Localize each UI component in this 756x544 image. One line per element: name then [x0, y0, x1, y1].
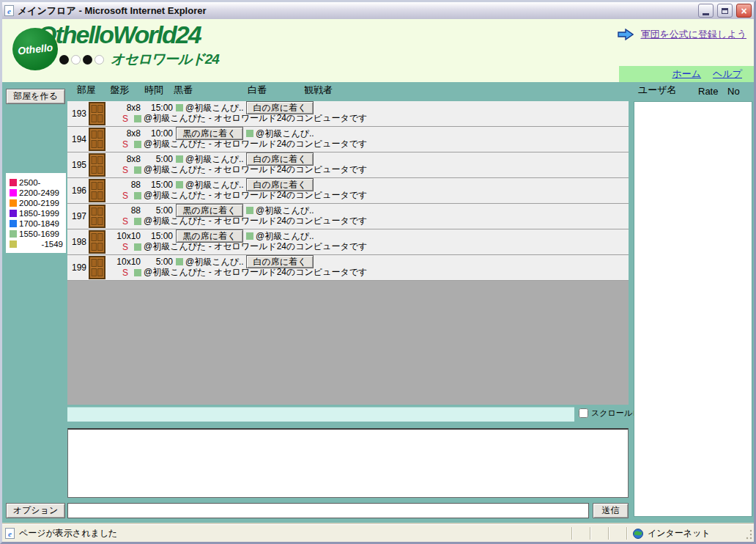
legend-swatch	[10, 220, 17, 227]
legend-item: 2000-2199	[10, 198, 63, 207]
nav-bar: ホーム ヘルプ	[619, 66, 754, 82]
othello-stone-icon	[59, 55, 69, 65]
time-limit: 10:00	[141, 128, 173, 139]
legend-swatch	[10, 189, 17, 196]
col-header-board: 盤形	[110, 84, 129, 97]
room-description: @初級こんぴた - オセロワールド24のコンピュータです	[144, 240, 367, 253]
player-color-square	[134, 192, 141, 199]
user-col-rate: Rate	[698, 86, 718, 97]
board-size: 8x8	[105, 154, 141, 164]
logo-badge: Othello	[12, 28, 58, 70]
legend-label: 1850-1999	[19, 209, 63, 218]
s-flag: S	[122, 216, 128, 227]
options-button[interactable]: オプション	[6, 503, 65, 518]
send-button[interactable]: 送信	[593, 503, 629, 518]
time-limit: 15:00	[141, 180, 173, 190]
lobby-panel: 部屋 盤形 時間 黒番 白番 観戦者 193 8x8 15:00 @初級こんぴ.…	[67, 82, 629, 525]
legend-label: 1700-1849	[19, 219, 63, 228]
chat-input[interactable]	[67, 503, 589, 518]
scroll-lock-checkbox[interactable]	[579, 408, 588, 418]
help-link[interactable]: ヘルプ	[713, 67, 742, 81]
col-header-white: 白番	[248, 84, 267, 97]
register-link[interactable]: 軍団を公式に登録しよう	[640, 28, 746, 41]
door-icon	[89, 153, 105, 177]
status-main-pane: e ページが表示されました	[2, 526, 571, 540]
player-color-square	[176, 104, 183, 111]
legend-item: -1549	[10, 239, 63, 249]
users-panel: ユーザ名 Rate No	[634, 82, 753, 525]
player-color-square	[246, 232, 253, 240]
door-icon	[89, 205, 105, 228]
browser-window: e メインフロア - Microsoft Internet Explorer ×…	[0, 0, 756, 544]
logo-wordmark: OthelloWorld24	[37, 21, 201, 49]
table-header: 部屋 盤形 時間 黒番 白番 観戦者	[67, 82, 629, 101]
globe-icon	[633, 529, 643, 539]
s-flag: S	[122, 139, 128, 150]
legend-label: 2000-2199	[19, 199, 63, 207]
player-color-square	[134, 166, 141, 174]
resize-grip[interactable]	[743, 525, 754, 542]
ie-page-icon: e	[4, 5, 14, 16]
legend-label: 2200-2499	[19, 188, 63, 197]
main-area: 部屋を作る 2500- 2200-2499 2000-2199 1850-199…	[2, 82, 754, 525]
room-row: 196 88 15:00 @初級こんぴ.. 白の席に着く S @初級こんぴた -…	[67, 178, 629, 204]
othello-logo: OthelloWorld24 Othello オセロワールド24	[12, 22, 254, 81]
othello-stone-icon	[71, 55, 81, 65]
room-description: @初級こんぴた - オセロワールド24のコンピュータです	[144, 138, 367, 150]
minimize-button[interactable]	[698, 4, 714, 18]
player-color-square	[176, 155, 183, 163]
legend-swatch	[10, 240, 17, 248]
player-color-square	[176, 258, 183, 265]
status-page-icon: e	[5, 528, 15, 539]
legend-item: 1850-1999	[10, 208, 63, 218]
legend-label: 2500-	[19, 178, 63, 187]
maximize-button[interactable]	[717, 4, 733, 18]
room-row: 198 10x10 15:00 黒の席に着く @初級こんぴ.. S @初級こんぴ…	[67, 229, 629, 255]
s-flag: S	[122, 114, 128, 124]
banner: OthelloWorld24 Othello オセロワールド24 軍団を公式に登…	[2, 19, 754, 82]
player-color-square	[246, 207, 253, 214]
room-description: @初級こんぴた - オセロワールド24のコンピュータです	[144, 215, 367, 227]
register-area: 軍団を公式に登録しよう	[618, 28, 746, 41]
board-size: 88	[105, 205, 141, 216]
room-description: @初級こんぴた - オセロワールド24のコンピュータです	[144, 112, 367, 125]
player-color-square	[134, 269, 141, 276]
board-size: 88	[105, 180, 141, 190]
time-limit: 15:00	[141, 231, 173, 241]
col-header-spectators: 観戦者	[304, 84, 333, 97]
status-pane	[571, 527, 590, 540]
home-link[interactable]: ホーム	[672, 67, 701, 81]
room-row: 194 8x8 10:00 黒の席に着く @初級こんぴ.. S @初級こんぴた …	[67, 127, 629, 152]
col-header-time: 時間	[144, 84, 163, 97]
room-number: 193	[72, 109, 86, 119]
col-header-black: 黒番	[174, 84, 193, 97]
room-number: 199	[72, 262, 86, 273]
message-strip	[67, 407, 574, 422]
time-limit: 5:00	[141, 205, 173, 216]
othello-stone-icon	[83, 55, 92, 65]
zone-label: インターネット	[648, 527, 711, 540]
close-button[interactable]: ×	[736, 4, 752, 18]
room-number: 197	[72, 211, 86, 221]
users-list	[634, 101, 752, 517]
time-limit: 5:00	[141, 257, 173, 267]
time-limit: 15:00	[141, 103, 173, 113]
create-room-button[interactable]: 部屋を作る	[6, 89, 65, 104]
s-flag: S	[122, 191, 128, 201]
player-color-square	[134, 141, 141, 148]
users-header: ユーザ名 Rate No	[634, 82, 753, 101]
s-flag: S	[122, 165, 128, 175]
status-zone-pane: インターネット	[626, 527, 743, 540]
room-number: 196	[72, 185, 86, 196]
board-size: 8x8	[105, 103, 141, 113]
logo-subtitle-row: オセロワールド24	[59, 50, 219, 69]
room-row: 193 8x8 15:00 @初級こんぴ.. 白の席に着く S @初級こんぴた …	[67, 101, 629, 127]
status-text: ページが表示されました	[19, 527, 117, 540]
legend-swatch	[10, 230, 17, 238]
chat-log	[67, 428, 629, 498]
legend-label: 1550-1699	[19, 229, 63, 238]
time-limit: 5:00	[141, 154, 173, 164]
register-arrow-icon	[618, 29, 634, 40]
room-row-line2: S @初級こんぴた - オセロワールド24のコンピュータです	[122, 266, 367, 279]
title-bar: e メインフロア - Microsoft Internet Explorer ×	[2, 2, 754, 20]
